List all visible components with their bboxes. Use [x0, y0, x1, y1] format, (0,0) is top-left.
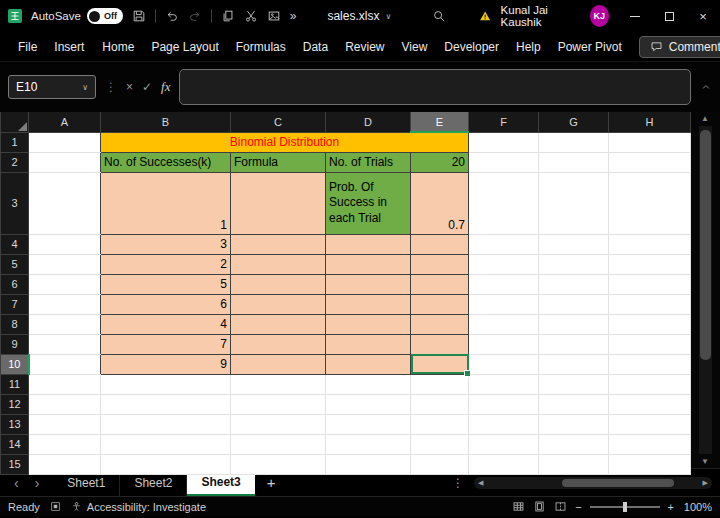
- cell-h4[interactable]: [609, 234, 691, 254]
- cell-b6[interactable]: 5: [101, 274, 231, 294]
- cell[interactable]: [411, 434, 469, 454]
- close-button[interactable]: ×: [686, 0, 720, 32]
- cell-a1[interactable]: [29, 132, 101, 152]
- cell[interactable]: [469, 394, 539, 414]
- cell-a4[interactable]: [29, 234, 101, 254]
- cell[interactable]: [609, 374, 691, 394]
- cell-h8[interactable]: [609, 314, 691, 334]
- undo-icon[interactable]: [165, 8, 179, 24]
- cell[interactable]: [609, 414, 691, 434]
- cell-e9[interactable]: [411, 334, 469, 354]
- page-layout-view-icon[interactable]: [533, 500, 546, 513]
- column-header-e-selected[interactable]: E: [411, 112, 469, 132]
- cell-b2[interactable]: No. of Successes(k): [101, 152, 231, 172]
- cell[interactable]: [411, 394, 469, 414]
- cell-g7[interactable]: [539, 294, 609, 314]
- cell-d4[interactable]: [326, 234, 411, 254]
- cell-e7[interactable]: [411, 294, 469, 314]
- tab-developer[interactable]: Developer: [444, 40, 499, 54]
- cell-g5[interactable]: [539, 254, 609, 274]
- cell-c4[interactable]: [231, 234, 326, 254]
- cell-h2[interactable]: [609, 152, 691, 172]
- comments-button[interactable]: Comments: [639, 36, 720, 58]
- cell-b8[interactable]: 4: [101, 314, 231, 334]
- warning-icon[interactable]: [479, 9, 491, 23]
- cell-b10[interactable]: 9: [101, 354, 231, 374]
- normal-view-icon[interactable]: [512, 500, 525, 513]
- tab-data[interactable]: Data: [303, 40, 328, 54]
- cell-b7[interactable]: 6: [101, 294, 231, 314]
- cell-d8[interactable]: [326, 314, 411, 334]
- cell-a5[interactable]: [29, 254, 101, 274]
- cell[interactable]: [326, 434, 411, 454]
- cell-e10-selected[interactable]: [411, 354, 469, 374]
- cell-d5[interactable]: [326, 254, 411, 274]
- cell[interactable]: [326, 414, 411, 434]
- cell[interactable]: [539, 434, 609, 454]
- cell-f5[interactable]: [469, 254, 539, 274]
- tab-review[interactable]: Review: [345, 40, 384, 54]
- tab-help[interactable]: Help: [516, 40, 541, 54]
- accessibility-checker[interactable]: Accessibility: Investigate: [71, 501, 206, 513]
- zoom-slider[interactable]: [590, 506, 660, 508]
- toolbar-overflow-icon[interactable]: »: [290, 9, 297, 23]
- cell-title-b1-e1[interactable]: Binomial Distribution: [101, 132, 469, 152]
- cell[interactable]: [539, 454, 609, 474]
- column-header-a[interactable]: A: [29, 112, 101, 132]
- cell-a8[interactable]: [29, 314, 101, 334]
- select-all-corner[interactable]: [1, 112, 29, 132]
- cell-b5[interactable]: 2: [101, 254, 231, 274]
- row-header-5[interactable]: 5: [1, 254, 29, 274]
- cell-d2[interactable]: No. of Trials: [326, 152, 411, 172]
- cell[interactable]: [609, 394, 691, 414]
- prev-sheet-icon[interactable]: ‹: [14, 475, 19, 491]
- column-header-f[interactable]: F: [469, 112, 539, 132]
- cell-g2[interactable]: [539, 152, 609, 172]
- cell-a3[interactable]: [29, 172, 101, 234]
- column-header-c[interactable]: C: [231, 112, 326, 132]
- filename-menu[interactable]: sales.xlsx ∨: [327, 9, 391, 23]
- row-header-12[interactable]: 12: [1, 394, 29, 414]
- cell[interactable]: [469, 434, 539, 454]
- zoom-in-icon[interactable]: +: [668, 501, 674, 513]
- cell[interactable]: [29, 394, 101, 414]
- confirm-entry-icon[interactable]: ✓: [142, 80, 152, 94]
- row-header-7[interactable]: 7: [1, 294, 29, 314]
- cell[interactable]: [29, 414, 101, 434]
- cancel-entry-icon[interactable]: ×: [126, 80, 133, 94]
- tab-page-layout[interactable]: Page Layout: [151, 40, 218, 54]
- scroll-right-icon[interactable]: ▶: [703, 479, 708, 487]
- tab-insert[interactable]: Insert: [54, 40, 84, 54]
- maximize-button[interactable]: [652, 0, 686, 32]
- cell-f7[interactable]: [469, 294, 539, 314]
- cell[interactable]: [469, 374, 539, 394]
- insert-function-icon[interactable]: fx: [161, 79, 170, 95]
- cell[interactable]: [469, 454, 539, 474]
- cell-a7[interactable]: [29, 294, 101, 314]
- cell-c9[interactable]: [231, 334, 326, 354]
- zoom-out-icon[interactable]: −: [575, 501, 581, 513]
- cell-c3[interactable]: [231, 172, 326, 234]
- cell-e8[interactable]: [411, 314, 469, 334]
- cell-e6[interactable]: [411, 274, 469, 294]
- minimize-button[interactable]: [618, 0, 652, 32]
- row-header-3[interactable]: 3: [1, 172, 29, 234]
- tab-power-pivot[interactable]: Power Pivot: [558, 40, 622, 54]
- cell-g10[interactable]: [539, 354, 609, 374]
- cell[interactable]: [29, 454, 101, 474]
- avatar[interactable]: KJ: [590, 5, 609, 27]
- row-header-15[interactable]: 15: [1, 454, 29, 474]
- cell-c7[interactable]: [231, 294, 326, 314]
- cell[interactable]: [539, 394, 609, 414]
- cell-g3[interactable]: [539, 172, 609, 234]
- cell[interactable]: [469, 414, 539, 434]
- cell[interactable]: [609, 454, 691, 474]
- cell[interactable]: [539, 374, 609, 394]
- cell-e2[interactable]: 20: [411, 152, 469, 172]
- cell[interactable]: [326, 374, 411, 394]
- expand-formula-bar-icon[interactable]: [700, 81, 712, 93]
- cell-f3[interactable]: [469, 172, 539, 234]
- cell-a6[interactable]: [29, 274, 101, 294]
- tab-formulas[interactable]: Formulas: [236, 40, 286, 54]
- cell-c10[interactable]: [231, 354, 326, 374]
